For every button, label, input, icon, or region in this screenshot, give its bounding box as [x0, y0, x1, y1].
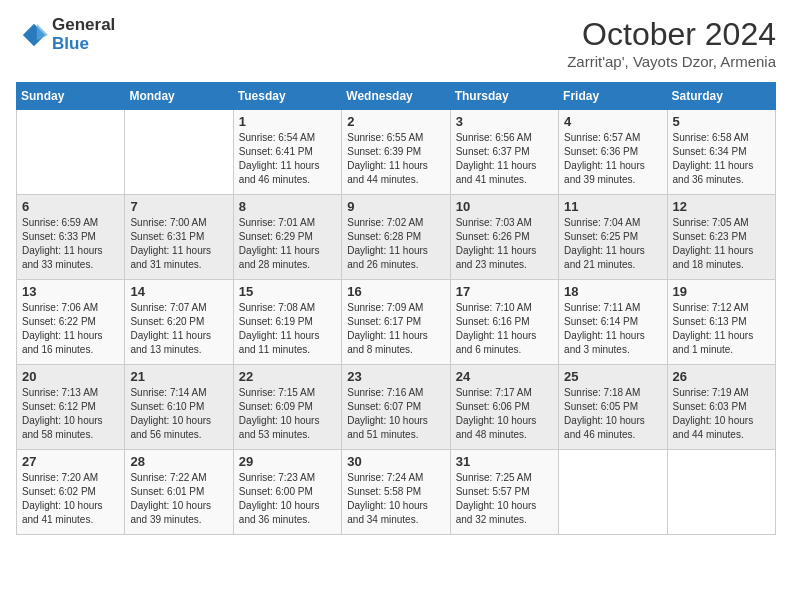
calendar-cell: 14Sunrise: 7:07 AM Sunset: 6:20 PM Dayli…: [125, 280, 233, 365]
logo-icon: [20, 21, 48, 49]
calendar-cell: 29Sunrise: 7:23 AM Sunset: 6:00 PM Dayli…: [233, 450, 341, 535]
weekday-header-thursday: Thursday: [450, 83, 558, 110]
day-info: Sunrise: 7:02 AM Sunset: 6:28 PM Dayligh…: [347, 216, 444, 272]
calendar-cell: 1Sunrise: 6:54 AM Sunset: 6:41 PM Daylig…: [233, 110, 341, 195]
day-info: Sunrise: 7:18 AM Sunset: 6:05 PM Dayligh…: [564, 386, 661, 442]
day-info: Sunrise: 7:08 AM Sunset: 6:19 PM Dayligh…: [239, 301, 336, 357]
weekday-header-saturday: Saturday: [667, 83, 775, 110]
calendar-cell: 13Sunrise: 7:06 AM Sunset: 6:22 PM Dayli…: [17, 280, 125, 365]
calendar-week-row: 1Sunrise: 6:54 AM Sunset: 6:41 PM Daylig…: [17, 110, 776, 195]
day-number: 6: [22, 199, 119, 214]
day-info: Sunrise: 7:11 AM Sunset: 6:14 PM Dayligh…: [564, 301, 661, 357]
day-number: 9: [347, 199, 444, 214]
day-number: 31: [456, 454, 553, 469]
day-info: Sunrise: 7:09 AM Sunset: 6:17 PM Dayligh…: [347, 301, 444, 357]
weekday-header-monday: Monday: [125, 83, 233, 110]
calendar-cell: 8Sunrise: 7:01 AM Sunset: 6:29 PM Daylig…: [233, 195, 341, 280]
day-info: Sunrise: 7:16 AM Sunset: 6:07 PM Dayligh…: [347, 386, 444, 442]
day-info: Sunrise: 7:10 AM Sunset: 6:16 PM Dayligh…: [456, 301, 553, 357]
calendar-cell: 6Sunrise: 6:59 AM Sunset: 6:33 PM Daylig…: [17, 195, 125, 280]
calendar-cell: 7Sunrise: 7:00 AM Sunset: 6:31 PM Daylig…: [125, 195, 233, 280]
day-info: Sunrise: 6:54 AM Sunset: 6:41 PM Dayligh…: [239, 131, 336, 187]
calendar-week-row: 20Sunrise: 7:13 AM Sunset: 6:12 PM Dayli…: [17, 365, 776, 450]
svg-marker-1: [37, 23, 48, 40]
day-number: 4: [564, 114, 661, 129]
calendar-cell: 10Sunrise: 7:03 AM Sunset: 6:26 PM Dayli…: [450, 195, 558, 280]
calendar-cell: 11Sunrise: 7:04 AM Sunset: 6:25 PM Dayli…: [559, 195, 667, 280]
day-number: 15: [239, 284, 336, 299]
day-number: 7: [130, 199, 227, 214]
day-number: 24: [456, 369, 553, 384]
day-info: Sunrise: 6:56 AM Sunset: 6:37 PM Dayligh…: [456, 131, 553, 187]
day-info: Sunrise: 7:14 AM Sunset: 6:10 PM Dayligh…: [130, 386, 227, 442]
calendar-table: SundayMondayTuesdayWednesdayThursdayFrid…: [16, 82, 776, 535]
day-number: 14: [130, 284, 227, 299]
calendar-week-row: 6Sunrise: 6:59 AM Sunset: 6:33 PM Daylig…: [17, 195, 776, 280]
calendar-cell: 27Sunrise: 7:20 AM Sunset: 6:02 PM Dayli…: [17, 450, 125, 535]
weekday-header-friday: Friday: [559, 83, 667, 110]
logo-blue: Blue: [52, 35, 115, 54]
calendar-cell: [559, 450, 667, 535]
calendar-cell: 20Sunrise: 7:13 AM Sunset: 6:12 PM Dayli…: [17, 365, 125, 450]
calendar-cell: 3Sunrise: 6:56 AM Sunset: 6:37 PM Daylig…: [450, 110, 558, 195]
day-info: Sunrise: 7:22 AM Sunset: 6:01 PM Dayligh…: [130, 471, 227, 527]
calendar-cell: 12Sunrise: 7:05 AM Sunset: 6:23 PM Dayli…: [667, 195, 775, 280]
day-info: Sunrise: 7:12 AM Sunset: 6:13 PM Dayligh…: [673, 301, 770, 357]
calendar-cell: 4Sunrise: 6:57 AM Sunset: 6:36 PM Daylig…: [559, 110, 667, 195]
day-info: Sunrise: 7:13 AM Sunset: 6:12 PM Dayligh…: [22, 386, 119, 442]
calendar-cell: 19Sunrise: 7:12 AM Sunset: 6:13 PM Dayli…: [667, 280, 775, 365]
day-number: 5: [673, 114, 770, 129]
day-info: Sunrise: 7:17 AM Sunset: 6:06 PM Dayligh…: [456, 386, 553, 442]
calendar-week-row: 27Sunrise: 7:20 AM Sunset: 6:02 PM Dayli…: [17, 450, 776, 535]
day-number: 29: [239, 454, 336, 469]
logo-text: General Blue: [52, 16, 115, 53]
calendar-cell: 18Sunrise: 7:11 AM Sunset: 6:14 PM Dayli…: [559, 280, 667, 365]
logo-general: General: [52, 16, 115, 35]
day-number: 10: [456, 199, 553, 214]
calendar-cell: 17Sunrise: 7:10 AM Sunset: 6:16 PM Dayli…: [450, 280, 558, 365]
calendar-cell: 15Sunrise: 7:08 AM Sunset: 6:19 PM Dayli…: [233, 280, 341, 365]
weekday-header-wednesday: Wednesday: [342, 83, 450, 110]
page-header: General Blue October 2024 Zarrit'ap', Va…: [16, 16, 776, 70]
logo: General Blue: [16, 16, 115, 53]
weekday-header-sunday: Sunday: [17, 83, 125, 110]
calendar-cell: 23Sunrise: 7:16 AM Sunset: 6:07 PM Dayli…: [342, 365, 450, 450]
day-number: 12: [673, 199, 770, 214]
calendar-week-row: 13Sunrise: 7:06 AM Sunset: 6:22 PM Dayli…: [17, 280, 776, 365]
calendar-cell: 5Sunrise: 6:58 AM Sunset: 6:34 PM Daylig…: [667, 110, 775, 195]
calendar-cell: 24Sunrise: 7:17 AM Sunset: 6:06 PM Dayli…: [450, 365, 558, 450]
day-info: Sunrise: 7:01 AM Sunset: 6:29 PM Dayligh…: [239, 216, 336, 272]
day-number: 3: [456, 114, 553, 129]
day-number: 8: [239, 199, 336, 214]
day-info: Sunrise: 6:59 AM Sunset: 6:33 PM Dayligh…: [22, 216, 119, 272]
calendar-cell: 31Sunrise: 7:25 AM Sunset: 5:57 PM Dayli…: [450, 450, 558, 535]
day-info: Sunrise: 7:06 AM Sunset: 6:22 PM Dayligh…: [22, 301, 119, 357]
day-number: 26: [673, 369, 770, 384]
day-info: Sunrise: 7:20 AM Sunset: 6:02 PM Dayligh…: [22, 471, 119, 527]
day-info: Sunrise: 7:24 AM Sunset: 5:58 PM Dayligh…: [347, 471, 444, 527]
day-number: 20: [22, 369, 119, 384]
day-info: Sunrise: 7:03 AM Sunset: 6:26 PM Dayligh…: [456, 216, 553, 272]
day-info: Sunrise: 6:55 AM Sunset: 6:39 PM Dayligh…: [347, 131, 444, 187]
calendar-cell: 22Sunrise: 7:15 AM Sunset: 6:09 PM Dayli…: [233, 365, 341, 450]
day-number: 18: [564, 284, 661, 299]
weekday-header-tuesday: Tuesday: [233, 83, 341, 110]
day-number: 27: [22, 454, 119, 469]
day-number: 19: [673, 284, 770, 299]
day-number: 13: [22, 284, 119, 299]
calendar-cell: 25Sunrise: 7:18 AM Sunset: 6:05 PM Dayli…: [559, 365, 667, 450]
calendar-cell: 21Sunrise: 7:14 AM Sunset: 6:10 PM Dayli…: [125, 365, 233, 450]
month-title: October 2024: [567, 16, 776, 53]
calendar-cell: 26Sunrise: 7:19 AM Sunset: 6:03 PM Dayli…: [667, 365, 775, 450]
calendar-cell: 2Sunrise: 6:55 AM Sunset: 6:39 PM Daylig…: [342, 110, 450, 195]
day-number: 25: [564, 369, 661, 384]
calendar-cell: 16Sunrise: 7:09 AM Sunset: 6:17 PM Dayli…: [342, 280, 450, 365]
day-number: 2: [347, 114, 444, 129]
calendar-cell: 9Sunrise: 7:02 AM Sunset: 6:28 PM Daylig…: [342, 195, 450, 280]
day-number: 22: [239, 369, 336, 384]
day-info: Sunrise: 7:00 AM Sunset: 6:31 PM Dayligh…: [130, 216, 227, 272]
calendar-cell: 30Sunrise: 7:24 AM Sunset: 5:58 PM Dayli…: [342, 450, 450, 535]
day-number: 16: [347, 284, 444, 299]
day-info: Sunrise: 7:15 AM Sunset: 6:09 PM Dayligh…: [239, 386, 336, 442]
day-number: 11: [564, 199, 661, 214]
